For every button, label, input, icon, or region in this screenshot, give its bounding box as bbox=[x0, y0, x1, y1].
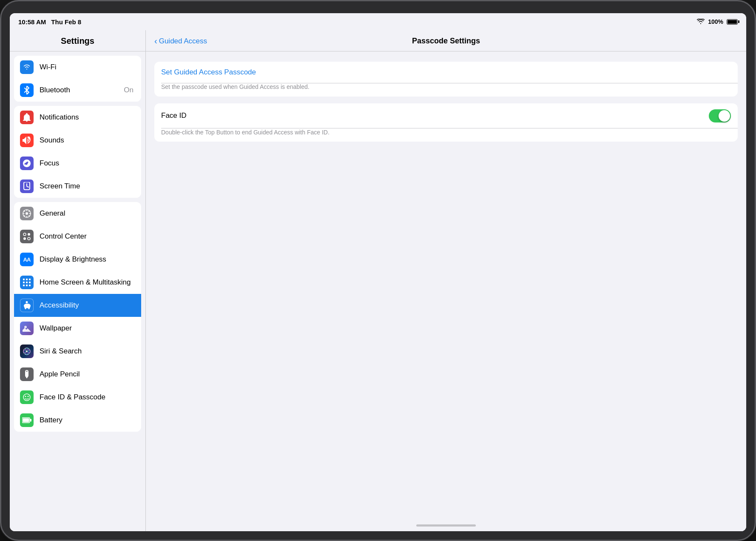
detail-panel: ‹ Guided Access Passcode Settings Set Gu… bbox=[146, 30, 746, 531]
svg-point-25 bbox=[25, 396, 26, 397]
svg-point-2 bbox=[26, 212, 28, 215]
back-chevron-icon: ‹ bbox=[154, 36, 157, 46]
svg-rect-12 bbox=[29, 282, 31, 283]
faceid-passcode-icon bbox=[20, 390, 34, 404]
notifications-label: Notifications bbox=[40, 113, 135, 122]
sidebar-item-accessibility[interactable]: Accessibility bbox=[14, 294, 141, 317]
screen-time-icon bbox=[20, 179, 34, 193]
svg-rect-10 bbox=[23, 282, 25, 283]
set-passcode-label: Set Guided Access Passcode bbox=[161, 68, 731, 77]
siri-label: Siri & Search bbox=[40, 347, 135, 356]
svg-rect-7 bbox=[23, 279, 25, 280]
back-label: Guided Access bbox=[159, 37, 207, 46]
main-content: Settings Wi-Fi bbox=[10, 30, 746, 531]
set-passcode-row[interactable]: Set Guided Access Passcode bbox=[154, 62, 738, 83]
sidebar-item-faceid[interactable]: Face ID & Passcode bbox=[14, 386, 141, 409]
accessibility-icon bbox=[20, 299, 34, 312]
control-center-label: Control Center bbox=[40, 232, 135, 241]
sounds-label: Sounds bbox=[40, 136, 135, 145]
home-screen-label: Home Screen & Multitasking bbox=[40, 278, 135, 287]
siri-icon bbox=[20, 345, 34, 358]
detail-header: ‹ Guided Access Passcode Settings bbox=[146, 30, 746, 51]
battery-fill bbox=[728, 20, 737, 24]
svg-point-24 bbox=[23, 394, 30, 401]
face-id-label: Face ID bbox=[161, 111, 709, 120]
home-bar bbox=[416, 524, 476, 527]
detail-body: Set Guided Access Passcode Set the passc… bbox=[146, 51, 746, 519]
svg-point-5 bbox=[23, 237, 26, 240]
sidebar-item-control-center[interactable]: Control Center bbox=[14, 225, 141, 248]
display-brightness-label: Display & Brightness bbox=[40, 255, 135, 264]
sidebar-item-screen-time[interactable]: Screen Time bbox=[14, 175, 141, 198]
status-bar-left: 10:58 AM Thu Feb 8 bbox=[18, 18, 81, 26]
sidebar-item-bluetooth[interactable]: Bluetooth On bbox=[14, 79, 141, 102]
ipad-screen: 10:58 AM Thu Feb 8 100% bbox=[10, 13, 746, 531]
screen-time-label: Screen Time bbox=[40, 182, 135, 191]
svg-rect-13 bbox=[23, 285, 25, 286]
toggle-knob bbox=[719, 110, 730, 122]
svg-point-4 bbox=[28, 233, 30, 236]
face-id-row[interactable]: Face ID bbox=[154, 103, 738, 128]
sidebar-item-sounds[interactable]: Sounds bbox=[14, 129, 141, 152]
wifi-icon bbox=[697, 19, 705, 25]
status-time: 10:58 AM bbox=[18, 18, 46, 26]
sidebar: Settings Wi-Fi bbox=[10, 30, 146, 531]
set-passcode-card: Set Guided Access Passcode Set the passc… bbox=[154, 62, 738, 97]
notifications-icon bbox=[20, 111, 34, 124]
battery-body bbox=[727, 19, 738, 25]
battery-label: Battery bbox=[40, 416, 135, 424]
home-screen-icon bbox=[20, 276, 34, 289]
svg-rect-9 bbox=[29, 279, 31, 280]
svg-point-17 bbox=[24, 326, 27, 328]
set-passcode-subtitle: Set the passcode used when Guided Access… bbox=[154, 83, 738, 97]
sidebar-item-focus[interactable]: Focus bbox=[14, 152, 141, 175]
general-label: General bbox=[40, 209, 135, 218]
detail-title: Passcode Settings bbox=[412, 37, 480, 46]
svg-point-26 bbox=[28, 396, 29, 397]
status-bar: 10:58 AM Thu Feb 8 100% bbox=[10, 13, 746, 30]
svg-point-21 bbox=[26, 350, 28, 352]
sidebar-item-general[interactable]: General bbox=[14, 202, 141, 225]
face-id-subtitle: Double-click the Top Button to end Guide… bbox=[154, 128, 738, 142]
battery-percent: 100% bbox=[708, 18, 723, 25]
wallpaper-icon bbox=[20, 322, 34, 335]
battery-indicator bbox=[727, 19, 738, 25]
apple-pencil-label: Apple Pencil bbox=[40, 370, 135, 379]
faceid-label: Face ID & Passcode bbox=[40, 393, 135, 401]
svg-rect-28 bbox=[23, 419, 29, 422]
svg-rect-23 bbox=[26, 371, 28, 372]
accessibility-label: Accessibility bbox=[40, 301, 135, 310]
apple-pencil-icon bbox=[20, 367, 34, 381]
status-bar-right: 100% bbox=[697, 18, 738, 25]
bluetooth-icon bbox=[20, 83, 34, 97]
ipad-frame: 10:58 AM Thu Feb 8 100% bbox=[0, 0, 756, 541]
svg-point-6 bbox=[28, 237, 30, 240]
home-indicator bbox=[146, 519, 746, 531]
sidebar-group-notifications: Notifications Sounds bbox=[14, 106, 141, 198]
face-id-toggle[interactable] bbox=[709, 109, 731, 122]
general-icon bbox=[20, 207, 34, 220]
sidebar-item-display-brightness[interactable]: AA Display & Brightness bbox=[14, 248, 141, 271]
control-center-icon bbox=[20, 230, 34, 243]
svg-rect-11 bbox=[26, 282, 28, 283]
svg-rect-29 bbox=[30, 419, 31, 421]
sidebar-item-battery[interactable]: Battery bbox=[14, 409, 141, 432]
sidebar-item-apple-pencil[interactable]: Apple Pencil bbox=[14, 363, 141, 386]
status-date: Thu Feb 8 bbox=[51, 18, 81, 26]
display-brightness-icon: AA bbox=[20, 253, 34, 266]
detail-header-wrapper: ‹ Guided Access Passcode Settings bbox=[154, 36, 738, 46]
back-button[interactable]: ‹ Guided Access bbox=[154, 36, 207, 46]
sidebar-item-wifi[interactable]: Wi-Fi bbox=[14, 56, 141, 79]
sidebar-item-home-screen[interactable]: Home Screen & Multitasking bbox=[14, 271, 141, 294]
sidebar-group-display: General Control Center bbox=[14, 202, 141, 432]
svg-rect-15 bbox=[29, 285, 31, 286]
wallpaper-label: Wallpaper bbox=[40, 324, 135, 333]
focus-label: Focus bbox=[40, 159, 135, 168]
sidebar-item-siri[interactable]: Siri & Search bbox=[14, 340, 141, 363]
battery-settings-icon bbox=[20, 413, 34, 427]
sidebar-item-wallpaper[interactable]: Wallpaper bbox=[14, 317, 141, 340]
focus-icon bbox=[20, 157, 34, 170]
sidebar-item-notifications[interactable]: Notifications bbox=[14, 106, 141, 129]
bluetooth-value: On bbox=[124, 86, 134, 94]
bluetooth-label: Bluetooth bbox=[40, 86, 124, 94]
